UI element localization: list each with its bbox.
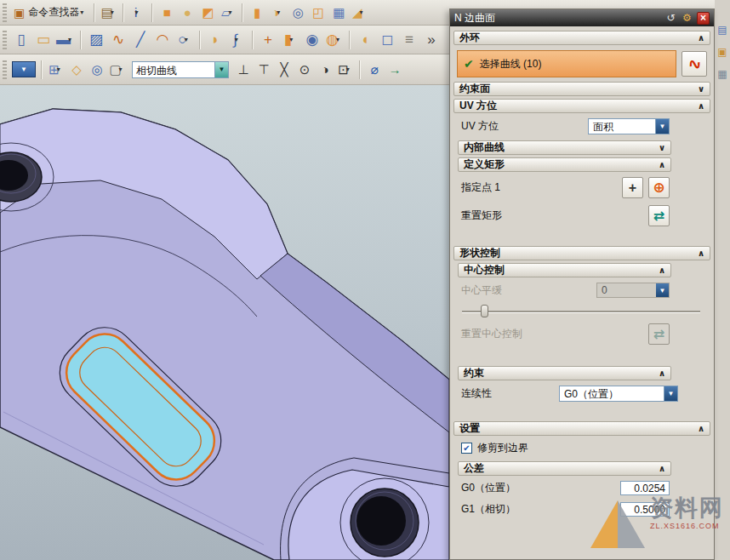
hole-feature-icon[interactable]: ◉	[301, 28, 323, 52]
boolean-unite-icon[interactable]: ◩	[197, 3, 218, 23]
arc-icon[interactable]: ◠	[151, 28, 174, 52]
snap-midpoint-icon[interactable]: ⊤	[254, 60, 274, 80]
viewport-3d[interactable]	[0, 85, 449, 560]
extrude-feature-icon[interactable]: ▮▾	[279, 28, 301, 52]
cylinder-icon[interactable]: ●	[177, 3, 197, 23]
part-model[interactable]	[0, 109, 449, 560]
section-define-rectangle-header[interactable]: 定义矩形 ∧	[458, 157, 671, 172]
dropdown-caret-icon[interactable]: ▾	[229, 9, 236, 16]
save-icon[interactable]: ▬▾	[54, 28, 77, 52]
toolbar-grip[interactable]	[3, 31, 7, 49]
snap-endpoint-icon[interactable]: ⊥	[233, 60, 254, 80]
dialog-titlebar[interactable]: N 边曲面 ↺ ⚙ ×	[450, 9, 714, 26]
select-curve-chip[interactable]: ✔ 选择曲线 (10)	[457, 50, 676, 77]
roles-icon[interactable]: ▤	[716, 22, 730, 37]
section-constraint-header[interactable]: 约束 ∧	[458, 366, 671, 380]
dropdown-caret-icon[interactable]: ▾	[360, 9, 367, 16]
fillet-icon[interactable]: ◗	[204, 28, 226, 52]
open-file-icon[interactable]: ▭	[32, 28, 54, 52]
sketch-icon[interactable]: ▨	[85, 28, 107, 52]
curve-rule-dropdown[interactable]: 相切曲线 ▼	[132, 61, 229, 78]
section-internal-curves-header[interactable]: 内部曲线 ∨	[458, 140, 671, 155]
continuity-dropdown[interactable]: G0（位置） ▼	[559, 386, 678, 402]
dropdown-caret-icon[interactable]: ▾	[185, 36, 191, 43]
graphics-viewport[interactable]	[0, 85, 449, 560]
line-icon[interactable]: ╱	[129, 28, 151, 52]
slider-track[interactable]	[462, 311, 700, 313]
dropdown-caret-icon[interactable]: ▾	[134, 9, 141, 16]
close-icon[interactable]: ×	[697, 12, 710, 25]
dropdown-caret-icon[interactable]: ▾	[119, 66, 126, 73]
dropdown-arrow-icon[interactable]: ▼	[655, 119, 669, 134]
dropdown-caret-icon[interactable]: ▾	[68, 36, 75, 43]
profile-icon[interactable]: ∿	[107, 28, 129, 52]
center-flat-slider[interactable]	[462, 303, 700, 318]
g1-tolerance-input[interactable]: 0.5000	[620, 502, 670, 517]
snap-quadrant-icon[interactable]: ◑	[315, 60, 335, 80]
dropdown-arrow-icon[interactable]: ▼	[214, 62, 228, 77]
section-settings-header[interactable]: 设置 ∧	[453, 421, 710, 436]
section-outer-loop-header[interactable]: 外环 ∧	[453, 31, 710, 45]
pattern-feature-icon[interactable]: ▦	[328, 3, 349, 23]
unite-icon[interactable]: ◍▾	[323, 28, 345, 52]
command-finder[interactable]: ▣ 命令查找器 ▾	[10, 3, 90, 23]
dropdown-caret-icon[interactable]: ▾	[57, 66, 64, 73]
toolbar-grip[interactable]	[3, 60, 7, 79]
section-constraint-face-header[interactable]: 约束面 ∨	[453, 82, 710, 96]
dropdown-caret-icon[interactable]: ▾	[336, 36, 343, 43]
reset-icon[interactable]: ↺	[664, 12, 677, 25]
more-commands-icon[interactable]: »	[420, 28, 442, 52]
gear-icon[interactable]: ⚙	[681, 12, 693, 25]
dropdown-arrow-icon[interactable]: ▼	[664, 386, 677, 401]
general-selection-icon[interactable]: ▢▾	[107, 60, 128, 80]
revolve-icon[interactable]: ◑▾	[267, 3, 288, 23]
shell-icon[interactable]: ◰	[308, 3, 328, 23]
selection-scope-button[interactable]: ▼	[12, 61, 36, 77]
dropdown-caret-icon[interactable]: ▾	[111, 9, 117, 16]
g0-tolerance-input[interactable]: 0.0254	[620, 481, 670, 495]
reset-center-button[interactable]: ⇄	[648, 323, 670, 345]
slider-thumb[interactable]	[481, 305, 488, 317]
uv-orientation-dropdown[interactable]: 面积 ▼	[588, 118, 670, 134]
trim-to-boundary-checkbox[interactable]: ✔	[461, 443, 472, 454]
vector-icon[interactable]: →	[385, 60, 405, 80]
gallery-icon[interactable]: ▤▾	[99, 3, 119, 23]
circle-icon[interactable]: ○▾	[174, 28, 196, 52]
dropdown-caret-icon[interactable]: ▾	[80, 9, 87, 16]
section-center-control-header[interactable]: 中心控制 ∧	[458, 263, 671, 277]
solid-box-icon[interactable]: ■	[157, 3, 177, 23]
spline-icon[interactable]: ∫▾	[226, 28, 248, 52]
reset-rectangle-button[interactable]: ⇄	[648, 205, 670, 226]
chamfer-icon[interactable]: ◢▾	[349, 3, 369, 23]
workplane-icon[interactable]: ◇	[66, 60, 87, 80]
edge-blend-icon[interactable]: ◖	[354, 28, 376, 52]
point-dialog-button[interactable]: +	[622, 177, 643, 198]
snap-center-icon[interactable]: ⊙	[294, 60, 315, 80]
measure-icon[interactable]: ⌀	[364, 60, 385, 80]
palette-icon[interactable]: ▦	[716, 66, 730, 81]
highlight-icon[interactable]: ◎	[87, 60, 107, 80]
history-panel-icon[interactable]: ▣	[716, 44, 730, 59]
center-flat-spinner[interactable]: 0 ▼	[596, 283, 670, 298]
thread-icon[interactable]: ≡	[398, 28, 420, 52]
dropdown-caret-icon[interactable]: ▾	[277, 9, 283, 16]
dropdown-caret-icon[interactable]: ▾	[346, 66, 353, 73]
section-uv-orientation-header[interactable]: UV 方位 ∧	[453, 99, 710, 113]
shell-feature-icon[interactable]: ◻	[376, 28, 398, 52]
spinner-arrow-icon[interactable]: ▼	[656, 283, 669, 297]
snap-intersection-icon[interactable]: ╳	[274, 60, 294, 80]
section-shape-control-header[interactable]: 形状控制 ∧	[453, 246, 710, 260]
section-tolerance-header[interactable]: 公差 ∧	[458, 461, 671, 476]
datum-plane-icon[interactable]: ▱▾	[218, 3, 238, 23]
extrude-icon[interactable]: ▮	[247, 3, 267, 23]
info-icon[interactable]: i▾	[128, 3, 148, 23]
dropdown-caret-icon[interactable]: ▾	[289, 36, 296, 43]
hole-icon[interactable]: ◎	[288, 3, 308, 23]
specify-point-button[interactable]: ⊕	[648, 177, 670, 198]
datum-csys-icon[interactable]: +	[257, 28, 279, 52]
snap-point-icon[interactable]: ⊡▾	[335, 60, 356, 80]
dropdown-caret-icon[interactable]: ▾	[235, 36, 242, 43]
curve-select-button[interactable]: ∿	[682, 51, 707, 77]
snap-grid-icon[interactable]: ⊞▾	[46, 60, 66, 80]
new-file-icon[interactable]: ▯	[10, 28, 32, 52]
